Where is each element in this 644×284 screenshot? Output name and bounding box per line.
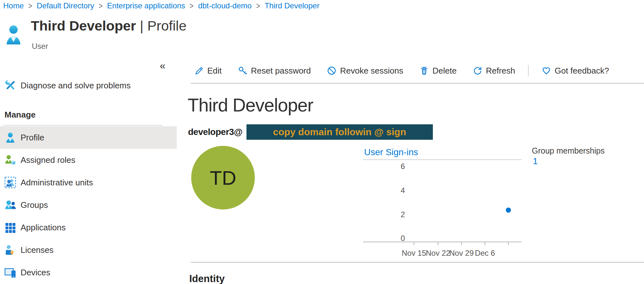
sidebar-collapse-button[interactable]: « [160,60,165,72]
signins-plot [363,166,522,242]
feedback-button[interactable]: Got feedback? [541,66,609,76]
devices-icon [4,267,16,278]
page-title-name: Third Developer [31,18,136,33]
feedback-label: Got feedback? [555,66,609,76]
x-axis-line [363,242,522,242]
x-axis-tick [461,242,462,245]
identity-section-heading: Identity [189,273,225,284]
sidebar-item-administrative-units[interactable]: Administrative units [0,171,177,194]
sidebar-divider [3,125,162,126]
groups-icon [4,199,16,211]
chevron-right-icon: > [256,1,260,11]
chevron-right-icon: > [28,1,32,11]
object-type-label: User [32,42,48,51]
reset-password-label: Reset password [251,66,311,76]
trash-icon [419,66,429,75]
page-title-divider: | [140,18,143,33]
refresh-icon [473,66,482,75]
chart-header-divider [363,159,522,160]
breadcrumb-enterprise-applications[interactable]: Enterprise applications [107,1,185,10]
x-axis-tick [508,242,509,245]
page-title: Third Developer | Profile [31,18,186,34]
sidebar-item-diagnose[interactable]: Diagnose and solve problems [0,74,177,97]
x-axis-tick [438,242,438,245]
redaction-note: copy domain followin @ sign [273,127,406,138]
avatar-initials: TD [210,166,237,189]
sidebar-item-profile[interactable]: Profile [0,126,177,149]
x-tick-label: Dec 6 [466,249,504,258]
pencil-icon [194,66,204,75]
toolbar-separator [528,65,529,76]
user-principal-name: developer3@ copy domain followin @ sign [188,124,433,140]
delete-label: Delete [433,66,457,76]
applications-icon [4,222,16,233]
sidebar-item-applications[interactable]: Applications [0,216,177,239]
edit-label: Edit [207,66,222,76]
user-display-name: Third Developer [188,94,313,116]
tools-icon [4,80,16,91]
sidebar-item-label: Groups [21,200,48,210]
revoke-sessions-label: Revoke sessions [340,66,403,76]
key-icon [238,66,247,75]
assigned-roles-icon [4,154,16,166]
sidebar-item-label: Licenses [21,245,54,255]
user-icon [4,132,16,143]
block-icon [327,66,336,75]
sidebar-item-label: Administrative units [21,178,93,188]
sidebar-item-licenses[interactable]: Licenses [0,239,177,261]
sidebar-item-label: Applications [21,223,66,233]
page-title-section: Profile [147,18,186,33]
chevron-right-icon: > [99,1,103,11]
breadcrumb-third-developer[interactable]: Third Developer [264,1,319,10]
email-prefix: developer3@ [188,127,243,137]
licenses-icon [4,244,16,256]
chart-data-point [506,208,511,213]
group-memberships-label: Group memberships [532,146,604,155]
redaction-overlay: copy domain followin @ sign [246,124,433,140]
revoke-sessions-button[interactable]: Revoke sessions [327,66,403,76]
section-divider [191,262,644,263]
sidebar-item-devices[interactable]: Devices [0,261,177,284]
x-axis-tick [414,242,414,245]
chevron-right-icon: > [190,1,193,11]
reset-password-button[interactable]: Reset password [238,66,311,76]
breadcrumb-default-directory[interactable]: Default Directory [37,1,94,10]
user-sign-ins-link[interactable]: User Sign-ins [364,147,418,157]
delete-button[interactable]: Delete [419,66,457,76]
breadcrumb-dbt-cloud-demo[interactable]: dbt-cloud-demo [198,1,252,10]
refresh-label: Refresh [486,66,515,76]
breadcrumb: Home > Default Directory > Enterprise ap… [3,1,319,10]
sidebar-item-label: Assigned roles [21,155,76,165]
sidebar-item-label: Devices [21,268,50,278]
x-axis-tick [485,242,485,245]
user-photo-avatar[interactable]: TD [191,146,255,209]
user-profile-page: Home > Default Directory > Enterprise ap… [0,0,644,284]
admin-units-icon [4,177,16,188]
sidebar-section-manage: Manage [4,110,36,120]
sidebar-item-label: Diagnose and solve problems [21,81,131,91]
breadcrumb-home[interactable]: Home [3,1,24,10]
edit-button[interactable]: Edit [194,66,222,76]
heart-icon [541,66,551,75]
group-memberships-count-link[interactable]: 1 [533,156,538,166]
sidebar-item-groups[interactable]: Groups [0,194,177,216]
sidebar-item-label: Profile [21,133,44,143]
toolbar-divider [191,83,644,84]
user-avatar-icon [5,24,22,45]
command-bar: Edit Reset password Revoke sessions [194,63,609,78]
sidebar-item-assigned-roles[interactable]: Assigned roles [0,149,177,171]
refresh-button[interactable]: Refresh [473,66,515,76]
